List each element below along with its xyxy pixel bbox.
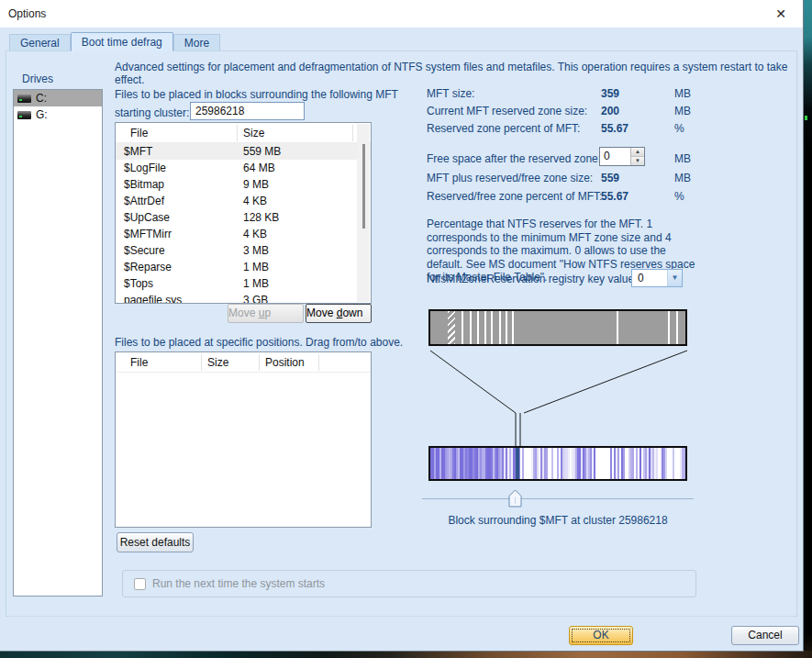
slider-thumb[interactable] [508, 489, 522, 507]
cancel-button[interactable]: Cancel [731, 626, 799, 645]
mft-block-marker [516, 448, 519, 479]
file-name-cell: $MFTMirr [124, 228, 172, 240]
file-size-cell: 9 MB [243, 178, 269, 191]
table-row[interactable]: $MFTMirr4 KB [116, 226, 371, 242]
table-row[interactable]: $LogFile64 MB [116, 160, 371, 176]
free-block-line [499, 311, 501, 344]
drives-label: Drives [22, 72, 53, 85]
stat-unit: % [674, 122, 684, 135]
file-name-cell: $Reparse [124, 261, 172, 273]
tab-more[interactable]: More [173, 34, 220, 51]
spin-up-icon[interactable]: ▲ [631, 148, 644, 157]
column-separator [259, 354, 260, 371]
cluster-stripe [684, 448, 685, 479]
move-up-button[interactable]: Move up [228, 304, 304, 323]
spin-down-icon[interactable]: ▼ [631, 157, 644, 165]
hard-drive-icon [17, 111, 31, 119]
stat-mft-plus-zone: MFT plus reserved/free zone size: 559 MB [427, 172, 702, 186]
column-separator [237, 125, 238, 141]
table-row[interactable]: $Secure3 MB [116, 242, 371, 259]
stat-free-space: Free space after the reserved zone: MB [427, 152, 702, 167]
file-name-cell: $Tops [124, 277, 153, 290]
stat-label: Free space after the reserved zone: [427, 152, 601, 165]
table-row[interactable]: pagefile.sys3 GB [116, 292, 371, 304]
stat-value: 559 [601, 172, 619, 184]
file-name-cell: $UpCase [124, 211, 170, 224]
file-size-cell: 128 KB [243, 211, 279, 224]
file-size-cell: 4 KB [243, 228, 267, 240]
stat-unit: MB [674, 152, 691, 165]
file-name-cell: $MFT [124, 145, 152, 158]
free-block-line [491, 311, 493, 344]
stat-label: Reserved/free zone percent of MFT: [427, 190, 602, 203]
column-separator [201, 354, 202, 371]
spinbox-buttons: ▲ ▼ [630, 148, 644, 165]
drive-item[interactable]: C: [14, 90, 102, 106]
column-header-file: File [130, 127, 148, 139]
move-down-button[interactable]: Move down [306, 304, 372, 323]
window-title: Options [8, 7, 46, 20]
stat-reserved-zone-size: Current MFT reserved zone size: 200 MB [427, 105, 702, 119]
table-row[interactable]: $MFT559 MB [116, 143, 371, 160]
tab-general[interactable]: General [9, 34, 71, 51]
table-row[interactable]: $Tops1 MB [116, 275, 371, 292]
free-block-line [668, 311, 670, 344]
column-separator [318, 354, 319, 371]
table-row[interactable]: $AttrDef4 KB [116, 193, 371, 209]
spinbox-value[interactable]: 0 [600, 148, 630, 165]
chevron-down-icon[interactable]: ▼ [667, 270, 682, 286]
run-next-time-groupbox: Run the next time the system starts [122, 570, 696, 597]
column-separator [352, 125, 353, 141]
mft-zone-hatch [448, 311, 455, 344]
registry-key-dropdown[interactable]: 0 ▼ [631, 269, 683, 287]
disk-map-zoomed [428, 446, 687, 481]
stat-value: 359 [601, 87, 619, 100]
desktop-background-bottom [0, 651, 812, 658]
table-row[interactable]: $Bitmap9 MB [116, 176, 371, 193]
block-position-slider[interactable] [422, 498, 694, 499]
file-size-cell: 64 MB [243, 162, 275, 174]
scrollbar-thumb[interactable] [362, 144, 365, 229]
stat-label: Reserved zone percent of MFT: [427, 122, 580, 135]
options-dialog: Options ✕ General Boot time defrag More … [0, 0, 804, 652]
mft-file-rows: $MFT559 MB$LogFile64 MB$Bitmap9 MB$AttrD… [116, 143, 371, 304]
stat-value: 55.67 [601, 122, 628, 135]
column-header-position: Position [265, 356, 305, 369]
free-space-spinbox[interactable]: 0 ▲ ▼ [599, 147, 645, 166]
file-size-cell: 1 MB [243, 277, 269, 290]
file-name-cell: $Bitmap [124, 178, 164, 191]
run-next-time-label: Run the next time the system starts [152, 577, 325, 590]
ok-button[interactable]: OK [569, 626, 633, 645]
reset-defaults-button[interactable]: Reset defaults [117, 532, 194, 552]
disk-map-overview [428, 309, 687, 346]
run-next-time-checkbox[interactable] [134, 578, 146, 590]
starting-cluster-input[interactable] [190, 102, 305, 120]
position-section-heading: Files to be placed at specific positions… [115, 336, 403, 349]
file-size-cell: 1 MB [243, 261, 269, 273]
table-row[interactable]: $Reparse1 MB [116, 259, 371, 275]
table-row[interactable]: $UpCase128 KB [116, 209, 371, 226]
file-name-cell: $Secure [124, 244, 165, 257]
free-block-line [477, 311, 479, 344]
drive-letter: G: [36, 108, 48, 121]
footer-separator [9, 616, 795, 617]
drives-list[interactable]: C:G: [13, 89, 103, 597]
free-block-line [462, 311, 463, 344]
file-size-cell: 4 KB [243, 195, 267, 207]
vertical-scrollbar[interactable] [357, 124, 370, 302]
mft-file-list[interactable]: File Size $MFT559 MB$LogFile64 MB$Bitmap… [115, 122, 372, 304]
close-icon[interactable]: ✕ [770, 4, 792, 24]
drive-item[interactable]: G: [14, 106, 102, 123]
free-block-line [512, 311, 514, 344]
block-section-heading: Files to be placed in blocks surrounding… [115, 88, 398, 101]
free-block-line [470, 311, 472, 344]
map-caption: Block surrounding $MFT at cluster 259862… [427, 514, 689, 527]
mft-file-list-header: File Size [116, 123, 371, 143]
tab-boot-time-defrag[interactable]: Boot time defrag [71, 32, 173, 51]
free-block-line [506, 311, 507, 344]
hard-drive-icon [17, 95, 31, 103]
stat-label: Current MFT reserved zone size: [427, 105, 587, 117]
free-block-line [617, 311, 618, 344]
position-file-list[interactable]: File Size Position [115, 351, 372, 528]
tab-strip: General Boot time defrag More [9, 32, 220, 51]
